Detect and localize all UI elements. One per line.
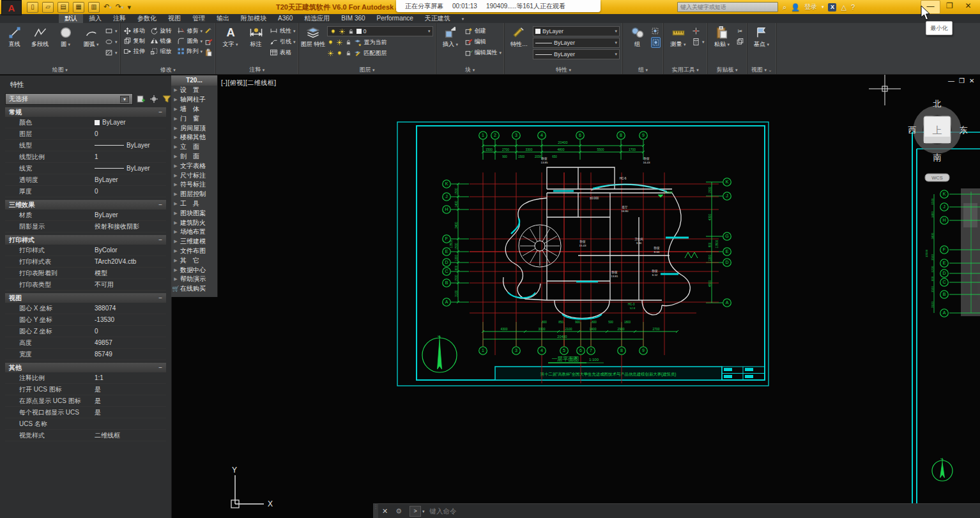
props-section-header-视图[interactable]: 视图− <box>5 293 166 303</box>
ribbon-button-圆[interactable]: 圆 ▾ <box>54 24 77 49</box>
command-grip-handle[interactable]: ⋮⋮ <box>373 503 378 518</box>
props-row-打印样式[interactable]: 打印样式ByColor <box>5 245 166 256</box>
select-objects-icon[interactable] <box>149 94 158 104</box>
property-dropdown-1[interactable]: ByLayer▾ <box>533 38 620 48</box>
props-row-线型[interactable]: 线型ByLayer <box>5 140 166 151</box>
t20-menu-item-设置[interactable]: ▶设 置 <box>171 86 217 95</box>
signin-label[interactable]: 登录 <box>804 3 817 11</box>
ribbon-button-组[interactable]: 组 <box>625 24 649 49</box>
ribbon-button-gsel[interactable] <box>651 26 661 36</box>
new-file-icon[interactable]: ▯ <box>27 2 38 13</box>
plot-icon[interactable]: ▦ <box>73 2 84 13</box>
ribbon-panel-label-注释[interactable]: 注释 ▾ <box>216 66 298 74</box>
ribbon-button-多段线[interactable]: 多段线 <box>28 24 52 49</box>
props-row-线宽[interactable]: 线宽ByLayer <box>5 163 166 174</box>
dwg-close-icon[interactable]: ✕ <box>969 78 974 84</box>
t20-menu-item-建筑防火[interactable]: ▶建筑防火 <box>171 218 217 227</box>
command-close-icon[interactable]: ✕ <box>378 507 392 515</box>
ribbon-button-hatch[interactable]: ▾ <box>105 48 118 57</box>
ribbon-button-修剪[interactable]: 修剪▾ <box>177 26 203 36</box>
props-row-在原点显示 UCS 图标[interactable]: 在原点显示 UCS 图标是 <box>5 395 166 407</box>
t20-menu-item-门窗[interactable]: ▶门 窗 <box>171 114 217 123</box>
ribbon-button-标注[interactable]: 标注 <box>244 24 268 49</box>
ribbon-tab-精选应用[interactable]: 精选应用 <box>298 14 335 23</box>
t20-menu-title[interactable]: T20... <box>171 75 217 86</box>
ribbon-button-paste[interactable] <box>204 48 213 57</box>
ribbon-panel-label-块[interactable]: 块 ▾ <box>436 66 505 74</box>
command-input[interactable]: 键入命令 <box>425 507 457 516</box>
ribbon-button-idpt[interactable] <box>692 26 705 36</box>
ribbon-button-gsel[interactable] <box>651 37 661 48</box>
ribbon-button-文字[interactable]: A文字 ▾ <box>218 24 242 49</box>
ribbon-button-插入[interactable]: 插入 ▾ <box>439 24 463 49</box>
props-row-颜色[interactable]: 颜色ByLayer <box>5 117 166 128</box>
ribbon-button-置为当前[interactable]: 置为当前 <box>327 38 433 47</box>
search-input[interactable] <box>677 2 778 12</box>
t20-menu-item-数据中心[interactable]: ▶数据中心 <box>171 265 217 275</box>
ribbon-tab-管理[interactable]: 管理 <box>187 14 211 23</box>
ribbon-button-粘贴[interactable]: 粘贴 ▾ <box>710 24 734 49</box>
selection-dropdown[interactable]: 无选择▾ <box>5 93 133 105</box>
ribbon-button-缩放[interactable]: 缩放 <box>150 47 172 56</box>
dwg-restore-icon[interactable]: ❐ <box>959 78 965 84</box>
search-binoculars-icon[interactable]: ⌕ <box>783 3 786 11</box>
ribbon-tab-视图[interactable]: 视图 <box>162 14 187 23</box>
ribbon-panel-label-视图[interactable]: 视图 ▾ ⌄ <box>747 66 776 74</box>
props-section-header-其他[interactable]: 其他− <box>5 363 166 372</box>
props-row-材质[interactable]: 材质ByLayer <box>5 209 166 221</box>
ribbon-button-创建[interactable]: 创建 <box>464 26 502 36</box>
ribbon-tab-附加模块[interactable]: 附加模块 <box>235 14 272 23</box>
toggle-pickadd-icon[interactable] <box>137 94 146 104</box>
ribbon-button-移动[interactable]: 移动 <box>123 26 145 36</box>
app-logo-icon[interactable]: A <box>1 0 22 15</box>
open-file-icon[interactable]: ▱ <box>42 2 54 13</box>
props-section-header-常规[interactable]: 常规− <box>5 107 166 117</box>
ribbon-button-cut[interactable]: ✂ <box>736 26 744 36</box>
props-row-UCS 名称[interactable]: UCS 名称 <box>5 418 166 430</box>
ribbon-button-直线[interactable]: 直线 <box>3 24 26 49</box>
ribbon-button-阵列[interactable]: 阵列▾ <box>177 47 203 56</box>
ribbon-button-复制[interactable]: 复制 <box>123 36 145 46</box>
autodesk-app-icon[interactable]: △ <box>841 3 846 11</box>
ribbon-button-calc[interactable]: ▾ <box>692 37 705 47</box>
ribbon-panel-label-实用工具[interactable]: 实用工具 ▾ <box>664 66 707 74</box>
props-row-高度[interactable]: 高度49857 <box>5 337 166 349</box>
quick-select-icon[interactable] <box>162 94 171 104</box>
ribbon-panel-label-组[interactable]: 组 ▾ <box>623 66 663 74</box>
props-row-图层[interactable]: 图层0 <box>5 128 166 140</box>
ribbon-button-测量[interactable]: 测量 ▾ <box>666 24 690 49</box>
props-row-厚度[interactable]: 厚度0 <box>5 186 166 197</box>
command-customize-icon[interactable]: ⚙ <box>392 507 406 515</box>
t20-menu-item-尺寸标注[interactable]: ▶尺寸标注 <box>171 171 217 180</box>
help-icon[interactable]: ? <box>851 3 855 11</box>
save-icon[interactable]: ▤ <box>57 2 69 13</box>
ribbon-tab-天正建筑[interactable]: 天正建筑 <box>419 14 456 23</box>
ribbon-button-ellipse[interactable]: ▾ <box>105 37 118 47</box>
ribbon-button-圆弧[interactable]: 圆弧 ▾ <box>79 24 103 49</box>
ribbon-button-特性匹配[interactable]: 特性… <box>507 24 531 49</box>
ribbon-tab-输出[interactable]: 输出 <box>211 14 235 23</box>
props-section-header-三维效果[interactable]: 三维效果− <box>5 200 166 209</box>
ribbon-tab-Performance[interactable]: Performance <box>371 14 419 23</box>
ribbon-button-copy[interactable] <box>736 37 744 47</box>
t20-menu-item-立面[interactable]: ▶立 面 <box>171 142 217 152</box>
props-row-打印样式表[interactable]: 打印样式表TArch20V4.ctb <box>5 256 166 268</box>
drawing-canvas[interactable]: 第十二届“高教杯”全国大学生先进成图技术与产品信息建模创新大赛(建筑类)2040… <box>217 74 980 518</box>
props-row-视觉样式[interactable]: 视觉样式二维线框 <box>5 430 166 441</box>
ribbon-button-editblk[interactable] <box>204 37 213 47</box>
ribbon-button-圆角[interactable]: 圆角▾ <box>177 36 203 46</box>
undo-icon[interactable]: ↶▾ <box>103 2 112 12</box>
props-row-阴影显示[interactable]: 阴影显示投射和接收阴影 <box>5 221 166 232</box>
ribbon-button-旋转[interactable]: 旋转 <box>150 26 172 36</box>
ribbon-button-基点[interactable]: 基点 ▾ <box>750 24 774 49</box>
restore-button[interactable]: ❐ <box>940 0 959 13</box>
ribbon-panel-label-剪贴板[interactable]: 剪贴板 ▾ <box>708 66 747 74</box>
command-prompt-icon[interactable]: > <box>410 506 421 517</box>
ribbon-button-编辑[interactable]: 编辑 <box>464 37 502 47</box>
t20-menu-item-帮助演示[interactable]: ▶帮助演示 <box>171 275 217 284</box>
t20-menu-item-轴网柱子[interactable]: ▶轴网柱子 <box>171 95 217 105</box>
props-row-宽度[interactable]: 宽度85749 <box>5 349 166 360</box>
redo-icon[interactable]: ↷▾ <box>116 2 124 12</box>
dwg-minimize-icon[interactable]: — <box>948 78 954 84</box>
props-row-注释比例[interactable]: 注释比例1:1 <box>5 372 166 384</box>
